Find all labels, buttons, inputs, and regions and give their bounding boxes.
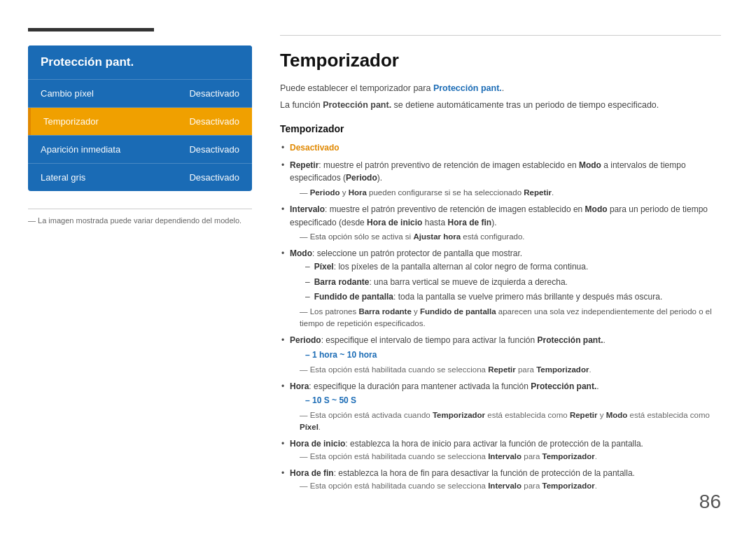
hora-range: 10 S ~ 50 S — [305, 394, 721, 407]
page-title: Temporizador — [280, 50, 721, 71]
sidebar-menu: Protección pant. Cambio píxel Desactivad… — [28, 45, 252, 191]
periodo-text1: : especifique el intervalo de tiempo par… — [321, 335, 538, 345]
sidebar-item-temporizador[interactable]: Temporizador Desactivado — [28, 108, 252, 135]
sidebar-top-bar — [28, 28, 154, 31]
sidebar-note: — La imagen mostrada puede variar depend… — [28, 209, 252, 225]
sidebar-item-value-3: Desactivado — [189, 144, 239, 155]
intervalo-fin: Hora de fin — [447, 218, 491, 227]
sidebar-item-cambio-pixel[interactable]: Cambio píxel Desactivado — [28, 80, 252, 107]
modo-dash-2: Barra rodante: una barra vertical se mue… — [305, 276, 721, 289]
list-item-desactivado: Desactivado — [280, 141, 721, 155]
sidebar-item-label-2: Temporizador — [43, 116, 99, 127]
intro-bold-1: Protección pant. — [433, 83, 502, 93]
desactivado-label: Desactivado — [290, 143, 340, 153]
list-item-repetir: Repetir: muestre el patrón preventivo de… — [280, 159, 721, 199]
subnote-text: Periodo y Hora pueden configurarse si se… — [310, 188, 554, 197]
list-item-hora: Hora: especifique la duración para mante… — [280, 380, 721, 434]
hora-fin-note-text: Esta opción está habilitada cuando se se… — [310, 482, 597, 490]
hora-inicio-bold: Hora de inicio — [290, 439, 345, 449]
intro-line-2: La función Protección pant. se detiene a… — [280, 98, 721, 112]
hora-note-text: Esta opción está activada cuando Tempori… — [300, 411, 710, 431]
hora-proteccion: Protección pant. — [531, 381, 596, 391]
modo-bold: Modo — [290, 248, 312, 258]
modo-dash-3: Fundido de pantalla: toda la pantalla se… — [305, 290, 721, 304]
modo-subnote-text: Los patrones Barra rodante y Fundido de … — [300, 307, 712, 328]
hora-inicio-text: : establezca la hora de inicio para acti… — [345, 439, 643, 449]
modo-dash-1: Píxel: los píxeles de la pantalla altern… — [305, 260, 721, 274]
hora-text1: : especifique la duración para mantener … — [309, 381, 531, 391]
section-title: Temporizador — [280, 123, 721, 134]
repetir-periodo: Periodo — [346, 173, 377, 183]
periodo-note: Esta opción está habilitada cuando se se… — [300, 364, 721, 376]
hora-fin-bold: Hora de fin — [290, 468, 334, 478]
hora-text2: . — [596, 381, 598, 391]
intro-text-2b: se detiene automáticamente tras un perio… — [391, 100, 659, 110]
hora-fin-text: : establezca la hora de fin para desacti… — [334, 468, 635, 478]
hora-inicio-note: Esta opción está habilitada cuando se se… — [300, 451, 721, 463]
intervalo-text1: : muestre el patrón preventivo de retenc… — [325, 204, 585, 214]
periodo-text2: . — [603, 335, 606, 345]
list-item-intervalo: Intervalo: muestre el patrón preventivo … — [280, 203, 721, 243]
sidebar-item-label-4: Lateral gris — [41, 172, 85, 183]
intervalo-bold: Intervalo — [290, 204, 325, 214]
intervalo-text4: ). — [491, 218, 496, 227]
periodo-note-text: Esta opción está habilitada cuando se se… — [310, 365, 592, 374]
modo-text: : seleccione un patrón protector de pant… — [312, 248, 522, 258]
intervalo-subnote: Esta opción sólo se activa si Ajustar ho… — [300, 231, 721, 243]
intro-text-1: Puede establecer el temporizador para — [280, 83, 433, 93]
sidebar-item-value-2: Desactivado — [189, 116, 239, 127]
list-item-modo: Modo: seleccione un patrón protector de … — [280, 247, 721, 330]
page-container: Protección pant. Cambio píxel Desactivad… — [0, 0, 756, 534]
sidebar-item-aparicion[interactable]: Aparición inmediata Desactivado — [28, 136, 252, 163]
hora-note: Esta opción está activada cuando Tempori… — [300, 409, 721, 434]
intervalo-subnote-text: Esta opción sólo se activa si Ajustar ho… — [310, 232, 525, 241]
list-item-periodo: Periodo: especifique el intervalo de tie… — [280, 334, 721, 375]
list-item-hora-fin: Hora de fin: establezca la hora de fin p… — [280, 467, 721, 492]
repetir-bold: Repetir — [290, 160, 318, 170]
modo-subnote: Los patrones Barra rodante y Fundido de … — [300, 306, 721, 330]
bullet-list: Desactivado Repetir: muestre el patrón p… — [280, 141, 721, 496]
sidebar-item-value-4: Desactivado — [189, 172, 239, 183]
intervalo-text3: hasta — [422, 218, 447, 227]
periodo-proteccion: Protección pant. — [538, 335, 603, 345]
intervalo-modo: Modo — [585, 204, 608, 214]
hora-bold: Hora — [290, 381, 309, 391]
sidebar-item-label-3: Aparición inmediata — [41, 144, 120, 155]
content-area: Temporizador Puede establecer el tempori… — [280, 28, 721, 506]
hora-fin-note: Esta opción está habilitada cuando se se… — [300, 480, 721, 492]
repetir-text3: ). — [377, 173, 382, 183]
intervalo-inicio: Hora de inicio — [367, 218, 422, 227]
periodo-range: 1 hora ~ 10 hora — [305, 349, 721, 362]
repetir-modo: Modo — [579, 160, 601, 170]
sidebar-title: Protección pant. — [28, 45, 252, 79]
list-item-hora-inicio: Hora de inicio: establezca la hora de in… — [280, 437, 721, 463]
intro-line-1: Puede establecer el temporizador para Pr… — [280, 81, 721, 95]
sidebar-item-value: Desactivado — [189, 88, 239, 99]
periodo-bold: Periodo — [290, 335, 321, 345]
repetir-text1: : muestre el patrón preventivo de retenc… — [318, 160, 579, 170]
intro-end-1: . — [502, 83, 504, 93]
page-number: 86 — [699, 491, 721, 513]
hora-inicio-note-text: Esta opción está habilitada cuando se se… — [310, 452, 597, 461]
intro-text-2a: La función — [280, 100, 323, 110]
sidebar-item-label: Cambio píxel — [41, 88, 94, 99]
repetir-subnote: Periodo y Hora pueden configurarse si se… — [300, 187, 721, 199]
sidebar: Protección pant. Cambio píxel Desactivad… — [28, 28, 252, 506]
intro-bold-2: Protección pant. — [323, 100, 391, 110]
sidebar-item-lateral[interactable]: Lateral gris Desactivado — [28, 164, 252, 191]
content-top-bar — [280, 35, 721, 36]
